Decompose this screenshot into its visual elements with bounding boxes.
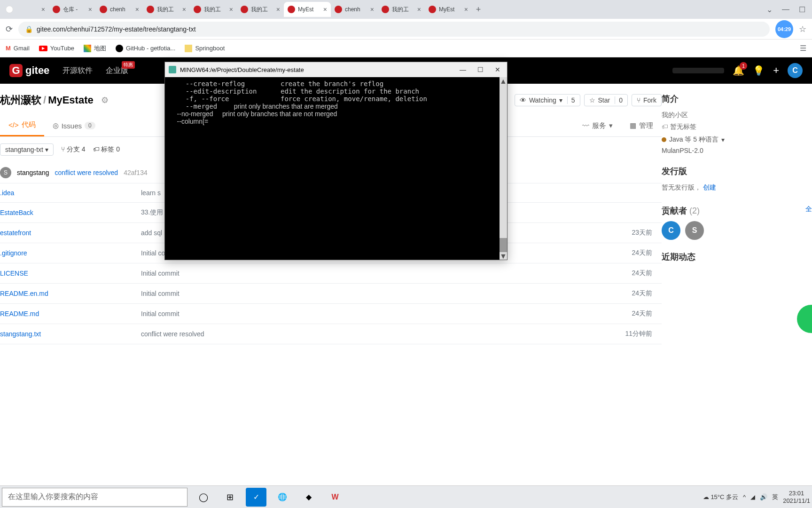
tab-1[interactable]: 仓库 -×: [49, 2, 96, 17]
nav-opensource[interactable]: 开源软件: [62, 66, 93, 76]
repo-name-link[interactable]: MyEstate: [48, 94, 94, 106]
close-icon[interactable]: ×: [276, 6, 280, 13]
tab-8[interactable]: 我的工×: [378, 2, 425, 17]
close-icon[interactable]: ×: [41, 6, 45, 13]
tags-link[interactable]: 🏷 标签 0: [93, 145, 120, 154]
url-input[interactable]: 🔒 gitee.com/chenhui712572/my-estate/tree…: [18, 22, 770, 37]
new-tab-button[interactable]: +: [472, 3, 485, 16]
taskbar-chrome[interactable]: 🌐: [272, 488, 293, 507]
clock-badge[interactable]: 04:29: [775, 20, 793, 38]
file-link[interactable]: estatefront: [0, 229, 141, 237]
gear-icon[interactable]: ⚙: [101, 95, 109, 105]
plus-icon[interactable]: +: [773, 64, 779, 77]
close-icon[interactable]: ×: [182, 6, 186, 13]
taskbar-clock[interactable]: 23:01 2021/11/1: [783, 490, 810, 504]
reload-icon[interactable]: ⟳: [6, 24, 13, 34]
fork-button[interactable]: ⑂ Fork: [632, 94, 662, 106]
repo-owner-link[interactable]: 杭州灏软: [0, 94, 41, 106]
bulb-icon[interactable]: 💡: [753, 65, 765, 76]
scrollbar-thumb[interactable]: [500, 238, 507, 252]
close-icon[interactable]: ×: [464, 6, 468, 13]
contributor-avatar[interactable]: S: [685, 221, 704, 240]
bookmark-maps[interactable]: 地图: [84, 44, 106, 53]
minimize-icon[interactable]: —: [782, 5, 789, 14]
close-icon[interactable]: ×: [229, 6, 233, 13]
language-link[interactable]: Java 等 5 种语言 ▾: [662, 135, 812, 144]
bookmark-star-icon[interactable]: ☆: [799, 24, 806, 34]
close-icon[interactable]: ×: [135, 6, 139, 13]
intro-heading: 简介: [662, 93, 812, 104]
taskbar-app[interactable]: ◆: [298, 488, 319, 507]
close-icon[interactable]: ×: [88, 6, 92, 13]
watch-button[interactable]: 👁 Watching ▾5: [515, 94, 580, 106]
bookmark-gmail[interactable]: MGmail: [6, 45, 30, 52]
tray-chevron-icon[interactable]: ^: [743, 493, 746, 500]
close-icon[interactable]: ×: [323, 6, 327, 13]
maximize-icon[interactable]: ☐: [799, 5, 805, 14]
tab-manage[interactable]: ▦ 管理: [621, 115, 662, 136]
maximize-icon[interactable]: ☐: [477, 66, 484, 73]
commit-hash[interactable]: 42af134: [124, 169, 148, 176]
user-avatar[interactable]: C: [788, 63, 803, 78]
close-icon[interactable]: ✕: [495, 66, 500, 73]
volume-icon[interactable]: 🔊: [760, 493, 767, 500]
taskbar-search-input[interactable]: 在这里输入你要搜索的内容: [2, 488, 187, 507]
commit-avatar: S: [0, 167, 11, 178]
chevron-down-icon[interactable]: ⌄: [766, 5, 773, 14]
taskbar-wps[interactable]: W: [325, 488, 345, 507]
terminal-scrollbar[interactable]: ▲ ▼: [500, 77, 507, 260]
file-link[interactable]: README.md: [0, 310, 141, 318]
bookmark-youtube[interactable]: ▶YouTube: [39, 45, 74, 52]
star-button[interactable]: ☆ Star0: [584, 94, 628, 106]
tab-4[interactable]: 我的工×: [190, 2, 237, 17]
terminal-body[interactable]: --create-reflog create the branch's refl…: [165, 77, 507, 260]
terminal-title-bar[interactable]: MINGW64:/e/Project/DoubleCreate/my-estat…: [165, 62, 507, 77]
reading-list-icon[interactable]: ☰: [800, 44, 806, 53]
tab-9[interactable]: MyEst×: [425, 2, 472, 17]
file-link[interactable]: README.en.md: [0, 290, 141, 297]
file-link[interactable]: .gitignore: [0, 249, 141, 257]
tab-5[interactable]: 我的工×: [237, 2, 284, 17]
close-icon[interactable]: ×: [370, 6, 374, 13]
notifications-icon[interactable]: 🔔1: [733, 65, 744, 76]
minimize-icon[interactable]: —: [460, 66, 466, 73]
gitee-logo[interactable]: Ggitee: [9, 64, 49, 77]
sidebar: 简介 我的小区 🏷 暂无标签 Java 等 5 种语言 ▾ MulanPSL-2…: [662, 84, 812, 344]
tab-code[interactable]: </> 代码: [0, 115, 44, 136]
recent-heading: 近期动态: [662, 251, 812, 262]
license-link[interactable]: MulanPSL-2.0: [662, 147, 812, 154]
network-icon[interactable]: ◢: [750, 493, 755, 500]
tab-issues[interactable]: ◎ Issues 0: [44, 115, 104, 136]
folder-icon: [185, 45, 192, 52]
bookmark-springboot[interactable]: Springboot: [185, 45, 225, 52]
tab-2[interactable]: chenh×: [96, 2, 143, 17]
commit-author[interactable]: stangstang: [17, 169, 49, 176]
taskbar-app[interactable]: ✓: [246, 488, 266, 507]
close-icon[interactable]: ×: [417, 6, 421, 13]
tab-6-active[interactable]: MyEst×: [284, 2, 331, 17]
terminal-window: MINGW64:/e/Project/DoubleCreate/my-estat…: [164, 62, 508, 260]
branch-selector[interactable]: stangtang-txt ▾: [0, 143, 54, 156]
task-view-icon[interactable]: ⊞: [219, 488, 240, 507]
file-link[interactable]: .idea: [0, 189, 141, 197]
create-release-link[interactable]: 创建: [703, 183, 716, 191]
tab-0[interactable]: ×: [2, 2, 49, 17]
ime-indicator[interactable]: 英: [772, 493, 778, 501]
task-view-icon[interactable]: ◯: [193, 488, 214, 507]
branches-link[interactable]: ⑂ 分支 4: [61, 145, 86, 154]
weather-widget[interactable]: ☁ 15°C 多云: [703, 493, 738, 501]
file-link[interactable]: LICENSE: [0, 270, 141, 277]
tab-7[interactable]: chenh×: [331, 2, 378, 17]
file-link[interactable]: stangstang.txt: [0, 330, 141, 338]
lang-dot-icon: [662, 137, 666, 142]
url-text: gitee.com/chenhui712572/my-estate/tree/s…: [37, 25, 196, 33]
bookmark-github[interactable]: GitHub - getfotia...: [116, 45, 176, 52]
commit-message-link[interactable]: conflict were resolved: [55, 169, 118, 176]
contributor-avatar[interactable]: C: [662, 221, 680, 240]
tab-services[interactable]: 〰 服务 ▾: [574, 115, 621, 136]
file-link[interactable]: EstateBack: [0, 209, 141, 216]
nav-enterprise[interactable]: 企业版特惠: [106, 66, 128, 76]
header-search-input[interactable]: [672, 68, 724, 73]
tab-3[interactable]: 我的工×: [143, 2, 190, 17]
all-contributors-link[interactable]: 全: [805, 205, 812, 214]
